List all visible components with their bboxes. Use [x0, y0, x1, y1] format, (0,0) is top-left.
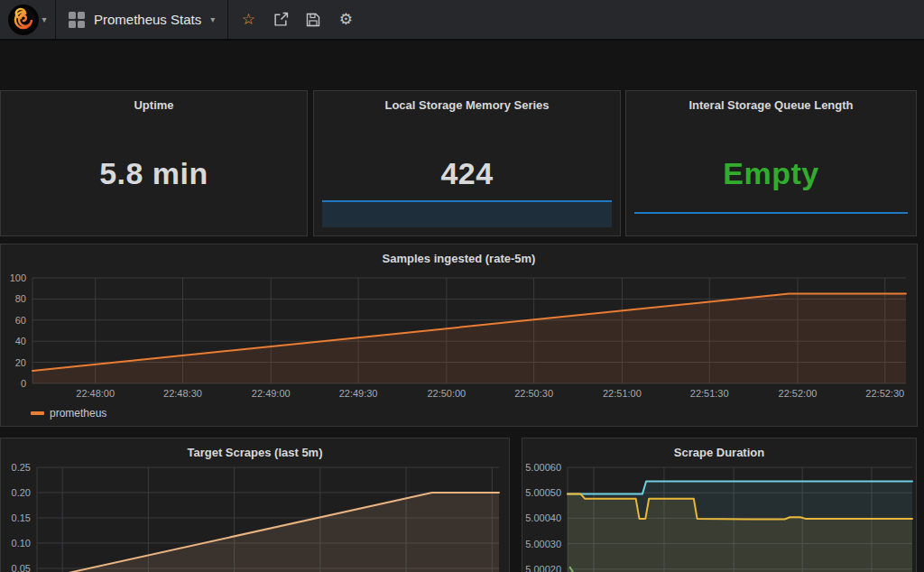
- x-axis-tick-label: 22:48:30: [163, 388, 202, 399]
- target-scrapes-panel: Target Scrapes (last 5m) 0.050.100.150.2…: [0, 438, 510, 572]
- y-axis-tick-label: 5.00030: [525, 539, 561, 549]
- memory-series-panel: Local Storage Memory Series 424: [313, 90, 621, 236]
- x-axis-tick-label: 22:52:30: [865, 388, 904, 399]
- y-axis-tick-label: 0.05: [12, 563, 31, 572]
- top-navbar: ▾ Prometheus Stats ▾ ☆: [0, 0, 924, 41]
- x-axis-tick-label: 22:49:30: [339, 388, 378, 399]
- x-axis-tick-label: 22:51:00: [603, 388, 642, 399]
- panel-title[interactable]: Samples ingested (rate-5m): [1, 252, 917, 265]
- panel-title[interactable]: Interal Storage Queue Length: [626, 98, 916, 112]
- uptime-value: 5.8 min: [1, 156, 307, 191]
- y-axis-tick-label: 0: [21, 378, 26, 389]
- y-axis-tick-label: 80: [15, 293, 26, 304]
- y-axis-tick-label: 100: [10, 272, 26, 283]
- series-area-fill: [32, 294, 906, 384]
- x-axis-tick-label: 22:48:00: [76, 388, 115, 399]
- y-axis-tick-label: 60: [15, 315, 26, 326]
- chevron-down-icon: ▾: [210, 15, 215, 24]
- scrape-duration-panel: Scrape Duration 5.000205.000305.000405.0…: [522, 438, 917, 572]
- save-button[interactable]: [300, 7, 326, 32]
- dashboard-title: Prometheus Stats: [94, 12, 201, 27]
- star-button[interactable]: ☆: [236, 7, 261, 32]
- queue-length-value: Empty: [626, 156, 916, 191]
- gear-icon: ⚙: [339, 12, 353, 27]
- save-icon: [306, 13, 320, 27]
- y-axis-tick-label: 0.20: [12, 487, 31, 498]
- grafana-menu-button[interactable]: ▾: [0, 0, 56, 39]
- chart-legend: prometheus: [31, 407, 106, 420]
- y-axis-tick-label: 5.00020: [525, 564, 561, 572]
- grafana-dashboard: ▾ Prometheus Stats ▾ ☆: [0, 0, 924, 572]
- chevron-down-icon: ▾: [42, 15, 46, 24]
- panel-title[interactable]: Uptime: [1, 98, 307, 112]
- sparkline: [634, 212, 908, 214]
- legend-color-swatch: [31, 411, 44, 415]
- sparkline: [322, 200, 612, 227]
- memory-series-value: 424: [314, 156, 620, 191]
- x-axis-tick-label: 22:49:00: [252, 388, 291, 399]
- settings-button[interactable]: ⚙: [333, 7, 358, 32]
- series-area-fill: [69, 493, 499, 572]
- queue-length-panel: Interal Storage Queue Length Empty: [625, 90, 917, 236]
- samples-ingested-canvas[interactable]: 02040608010022:48:0022:48:3022:49:0022:4…: [1, 244, 917, 426]
- legend-series-name[interactable]: prometheus: [50, 407, 106, 420]
- share-icon: [273, 12, 289, 27]
- panel-title[interactable]: Local Storage Memory Series: [314, 98, 620, 112]
- y-axis-tick-label: 0.25: [12, 462, 31, 473]
- samples-ingested-panel: Samples ingested (rate-5m) 0204060801002…: [0, 244, 918, 427]
- star-icon: ☆: [242, 12, 255, 27]
- share-button[interactable]: [268, 7, 293, 32]
- panel-title[interactable]: Target Scrapes (last 5m): [1, 446, 509, 459]
- x-axis-tick-label: 22:50:00: [427, 388, 466, 399]
- y-axis-tick-label: 20: [15, 357, 26, 368]
- y-axis-tick-label: 0.10: [12, 538, 31, 549]
- x-axis-tick-label: 22:52:00: [779, 388, 818, 399]
- y-axis-tick-label: 5.00050: [525, 487, 561, 498]
- grafana-logo-icon: [8, 5, 39, 35]
- uptime-panel: Uptime 5.8 min: [0, 90, 308, 236]
- dashboard-picker[interactable]: Prometheus Stats ▾: [56, 0, 228, 39]
- x-axis-tick-label: 22:50:30: [514, 388, 553, 399]
- y-axis-tick-label: 40: [15, 336, 26, 346]
- y-axis-tick-label: 5.00060: [525, 462, 561, 473]
- x-axis-tick-label: 22:51:30: [690, 388, 729, 399]
- dashboard-grid-icon: [69, 12, 85, 28]
- samples-ingested-chart[interactable]: 02040608010022:48:0022:48:3022:49:0022:4…: [1, 244, 917, 426]
- y-axis-tick-label: 0.15: [12, 512, 31, 523]
- panel-title[interactable]: Scrape Duration: [522, 446, 916, 459]
- navbar-actions: ☆ ⚙: [228, 0, 358, 39]
- y-axis-tick-label: 5.00040: [525, 512, 561, 523]
